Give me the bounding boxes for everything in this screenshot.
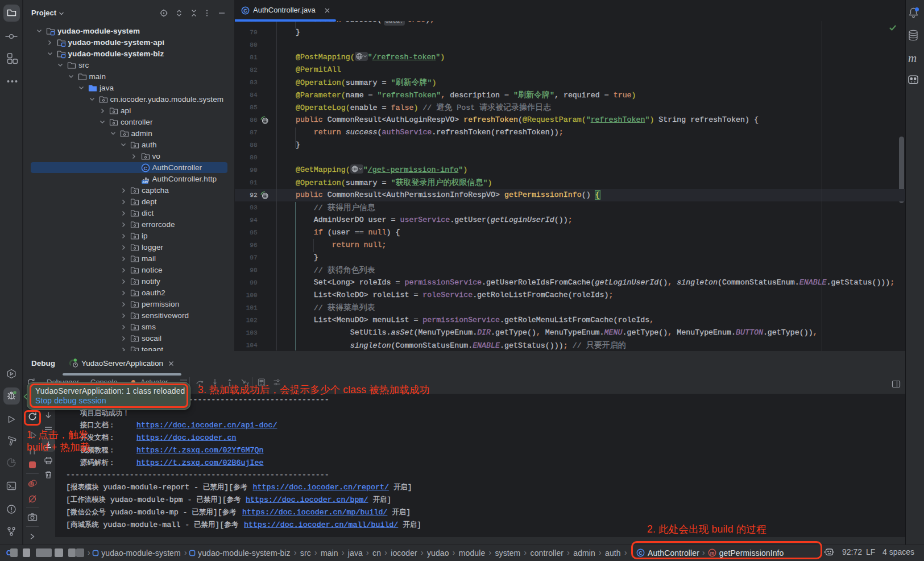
svg-text:C: C (143, 164, 147, 171)
svg-text:m: m (710, 550, 714, 556)
svg-text:C: C (639, 550, 643, 556)
svg-text:C: C (243, 8, 247, 14)
svg-text:API: API (142, 180, 147, 183)
